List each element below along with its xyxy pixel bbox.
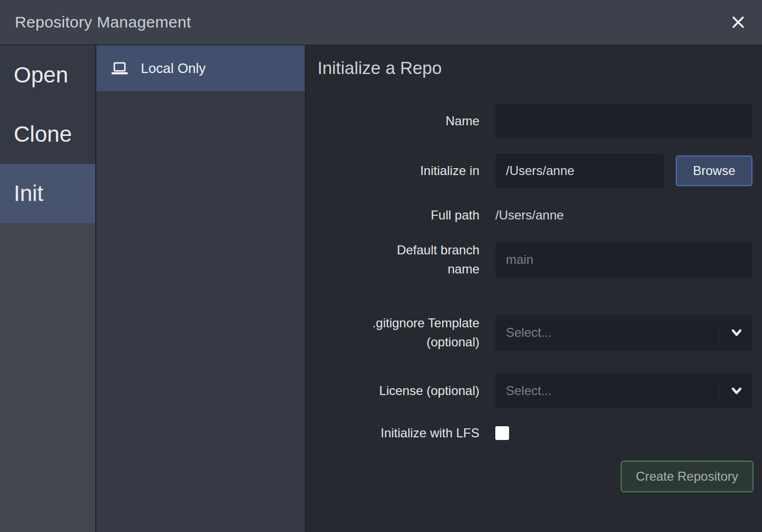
create-repository-button[interactable]: Create Repository — [621, 461, 754, 492]
dialog-body: Open Clone Init Local Only Initialize a … — [0, 45, 762, 532]
sidebar-tab-clone[interactable]: Clone — [0, 105, 95, 164]
gitignore-label: .gitignore Template (optional) — [335, 314, 479, 352]
default-branch-label: Default branch name — [335, 241, 479, 279]
initialize-in-label: Initialize in — [335, 161, 479, 180]
initialize-in-row: Initialize in Browse — [306, 154, 754, 188]
sidebar: Open Clone Init — [0, 45, 96, 532]
license-label: License (optional) — [335, 381, 479, 400]
close-icon — [730, 14, 746, 30]
initialize-in-field: Browse — [495, 154, 752, 188]
source-item-local-only[interactable]: Local Only — [96, 45, 305, 92]
initialize-in-input[interactable] — [495, 154, 664, 188]
license-select-value: Select... — [506, 383, 552, 398]
source-item-label: Local Only — [141, 60, 206, 77]
full-path-row: Full path /Users/anne — [306, 204, 754, 227]
close-button[interactable] — [727, 11, 749, 33]
chevron-down-icon — [729, 326, 744, 340]
license-field: Select... — [495, 373, 752, 408]
sidebar-filler — [0, 223, 95, 532]
panel-heading: Initialize a Repo — [318, 58, 754, 78]
license-select[interactable]: Select... — [495, 373, 752, 408]
default-branch-field — [495, 242, 752, 277]
chevron-down-icon — [729, 384, 744, 398]
name-row: Name — [306, 104, 754, 139]
source-list: Local Only — [96, 45, 306, 532]
name-input[interactable] — [495, 104, 752, 139]
name-field — [495, 104, 752, 139]
gitignore-row: .gitignore Template (optional) Select... — [306, 314, 754, 352]
gitignore-select-value: Select... — [506, 325, 552, 340]
dialog-title: Repository Management — [15, 13, 191, 31]
lfs-row: Initialize with LFS — [306, 426, 754, 441]
browse-button[interactable]: Browse — [676, 155, 752, 186]
lfs-field — [495, 426, 752, 440]
sidebar-tab-open[interactable]: Open — [0, 45, 95, 105]
lfs-label: Initialize with LFS — [335, 424, 479, 443]
titlebar: Repository Management — [0, 0, 762, 45]
sidebar-tab-init[interactable]: Init — [0, 164, 95, 223]
name-label: Name — [335, 112, 479, 131]
full-path-value: /Users/anne — [495, 208, 564, 223]
lfs-checkbox[interactable] — [495, 426, 509, 440]
full-path-label: Full path — [335, 206, 479, 225]
full-path-field: /Users/anne — [495, 208, 752, 223]
default-branch-input[interactable] — [495, 242, 752, 277]
init-repo-panel: Initialize a Repo Name Initialize in Bro… — [306, 45, 762, 532]
gitignore-select[interactable]: Select... — [495, 315, 752, 351]
license-row: License (optional) Select... — [306, 373, 754, 408]
select-divider — [720, 322, 720, 344]
gitignore-field: Select... — [495, 315, 752, 351]
default-branch-row: Default branch name — [306, 241, 754, 279]
laptop-icon — [110, 61, 129, 76]
create-repository-row: Create Repository — [306, 461, 754, 492]
select-divider — [720, 380, 720, 401]
repository-management-dialog: Repository Management Open Clone Init Lo… — [0, 0, 762, 532]
